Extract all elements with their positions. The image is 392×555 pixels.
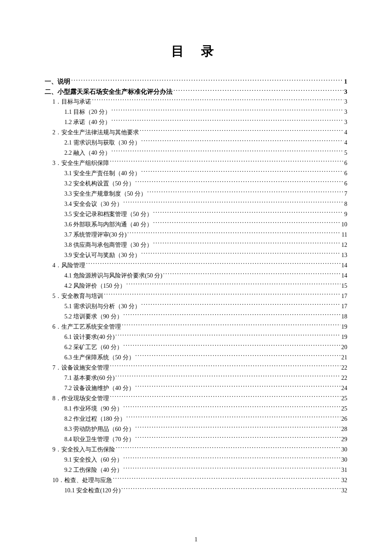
toc-page: 3 (343, 107, 347, 117)
dot-leader (112, 476, 340, 482)
toc-row: 10．检查、处理与应急 32 (45, 475, 347, 486)
toc-label: 1.2 承诺（40 分） (64, 117, 111, 127)
toc-row: 6.3 生产保障系统（50 分） 21 (45, 353, 347, 363)
toc-page: 6 (343, 168, 347, 179)
toc-label: 3.9 安全认可与奖励（30 分） (64, 250, 141, 260)
toc-row: 二、小型露天采石场安全生产标准化评分办法 3 (45, 87, 347, 97)
toc-page: 8 (343, 199, 347, 209)
toc-row: 3.5 安全记录和档案管理（50 分） 9 (45, 209, 347, 220)
toc-label: 二、小型露天采石场安全生产标准化评分办法 (45, 87, 173, 97)
toc-label: 8.3 劳动防护用品（60 分） (64, 424, 135, 434)
dot-leader (123, 312, 341, 318)
toc-page: 17 (340, 301, 347, 312)
dot-leader (135, 353, 341, 359)
dot-leader (115, 445, 340, 451)
dot-leader (173, 87, 343, 94)
toc-label: 4．风险管理 (52, 260, 85, 271)
toc-row: 5.2 培训要求（90 分） 18 (45, 312, 347, 322)
toc-page: 10 (340, 220, 347, 230)
toc-row: 10.1 安全检查(120 分) 32 (45, 486, 347, 496)
toc-row: 7．设备设施安全管理 22 (45, 363, 347, 373)
toc-page: 19 (340, 322, 347, 332)
toc-row: 1.1 目标（20 分） 3 (45, 107, 347, 117)
toc-page: 29 (340, 434, 347, 445)
toc-row: 3.4 安全会议（30 分） 8 (45, 199, 347, 209)
toc-page: 6 (343, 179, 347, 189)
toc-label: 7．设备设施安全管理 (52, 363, 109, 373)
toc-row: 9.1 安全投入（60 分） 30 (45, 455, 347, 465)
toc-page: 4 (343, 138, 347, 148)
toc-label: 3.6 外部联系与内部沟通（40 分） (64, 220, 153, 230)
toc-page: 32 (340, 475, 347, 486)
toc-row: 9.2 工伤保险（40 分） 31 (45, 465, 347, 475)
toc-page: 30 (340, 455, 347, 465)
toc-page: 32 (340, 486, 347, 496)
toc-page: 14 (340, 260, 347, 271)
toc-label: 5.2 培训要求（90 分） (64, 312, 123, 322)
dot-leader (141, 251, 341, 257)
dot-leader (153, 241, 341, 247)
toc-label: 8.2 作业过程（180 分） (64, 414, 126, 424)
toc-page: 11 (341, 230, 347, 240)
dot-leader (91, 98, 343, 104)
dot-leader (111, 149, 344, 155)
dot-leader (121, 323, 340, 329)
toc-label: 9．安全投入与工伤保险 (52, 445, 115, 455)
toc-page: 3 (343, 87, 348, 97)
toc-row: 6．生产工艺系统安全管理 19 (45, 322, 347, 332)
dot-leader (135, 384, 341, 390)
dot-leader (109, 394, 340, 400)
toc-label: 6.3 生产保障系统（50 分） (64, 353, 135, 363)
toc-label: 1.1 目标（20 分） (64, 107, 111, 117)
toc-page: 7 (343, 189, 347, 199)
dot-leader (123, 343, 341, 349)
dot-leader (111, 118, 344, 124)
toc-label: 9.2 工伤保险（40 分） (64, 465, 123, 475)
toc-label: 6.2 采矿工艺（60 分） (64, 342, 123, 353)
toc-row: 3.6 外部联系与内部沟通（40 分） 10 (45, 220, 347, 230)
toc-row: 8.4 职业卫生管理（70 分） 29 (45, 434, 347, 445)
toc-row: 3.9 安全认可与奖励（30 分） 13 (45, 250, 347, 260)
toc-label: 2.2 融入（40 分） (64, 148, 111, 158)
toc-label: 7.2 设备设施维护（40 分） (64, 383, 135, 393)
toc-row: 3.2 安全机构设置（50 分） 6 (45, 179, 347, 189)
toc-label: 5．安全教育与培训 (52, 291, 103, 301)
dot-leader (85, 261, 340, 267)
toc-row: 8.3 劳动防护用品（60 分） 28 (45, 424, 347, 434)
page-number: 1 (0, 536, 392, 543)
toc-row: 7.2 设备设施维护（40 分） 24 (45, 383, 347, 393)
toc-row: 8.2 作业过程（180 分） 26 (45, 414, 347, 424)
toc-label: 3.8 供应商与承包商管理（30 分） (64, 240, 153, 250)
toc-row: 7.1 基本要求(60 分) 22 (45, 373, 347, 383)
dot-leader (147, 190, 344, 196)
toc-row: 8.1 作业环境（90 分） 25 (45, 404, 347, 414)
dot-leader (135, 425, 341, 431)
toc-row: 6.1 设计要求(40 分) 19 (45, 332, 347, 342)
toc-row: 4.1 危险源辨识与风险评价要求(50 分) 14 (45, 271, 347, 281)
toc-page: 18 (340, 312, 347, 322)
toc-label: 9.1 安全投入（60 分） (64, 455, 123, 465)
toc-row: 3.7 系统管理评审(30 分) 11 (45, 230, 347, 240)
dot-leader (135, 435, 341, 441)
toc-label: 3.5 安全记录和档案管理（50 分） (64, 209, 153, 220)
toc-row: 3.1 安全生产责任制（40 分） 6 (45, 168, 347, 179)
toc-label: 3.2 安全机构设置（50 分） (64, 179, 135, 189)
dot-leader (109, 159, 343, 165)
dot-leader (111, 108, 344, 114)
toc-row: 1.2 承诺（40 分） 3 (45, 117, 347, 127)
toc-row: 2.2 融入（40 分） 5 (45, 148, 347, 158)
toc-row: 2．安全生产法律法规与其他要求 4 (45, 127, 347, 138)
dot-leader (70, 77, 343, 84)
toc-label: 6．生产工艺系统安全管理 (52, 322, 121, 332)
dot-leader (126, 282, 341, 288)
toc-label: 4.1 危险源辨识与风险评价要求(50 分) (64, 271, 162, 281)
toc-page: 6 (343, 158, 347, 168)
dot-leader (109, 364, 340, 370)
toc-page: 3 (343, 97, 347, 107)
toc-label: 10．检查、处理与应急 (52, 475, 112, 486)
toc-page: 19 (340, 332, 347, 342)
toc-page: 9 (343, 209, 347, 220)
toc-page: 15 (340, 281, 347, 291)
toc-row: 4．风险管理 14 (45, 260, 347, 271)
toc-label: 3．安全生产组织保障 (52, 158, 109, 168)
